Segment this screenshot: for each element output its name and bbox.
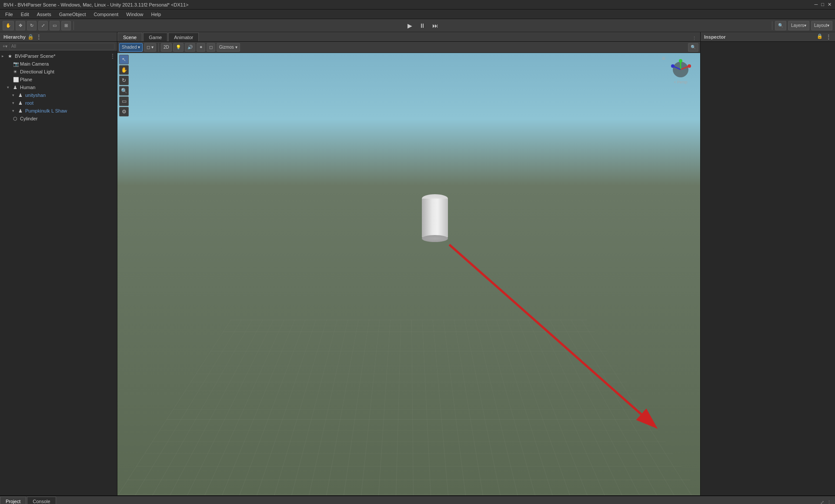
hierarchy-item-unityshan[interactable]: ▾ ♟ unityshan — [0, 91, 117, 99]
hierarchy-item-scene[interactable]: ▸ ★ BVHParser Scene* ⋮ — [0, 52, 117, 60]
tab-game[interactable]: Game — [143, 33, 167, 41]
scene-zoom-btn[interactable]: 🔍 — [119, 86, 129, 96]
layers-btn[interactable]: Layers ▾ — [788, 21, 809, 30]
hierarchy-lock-icon[interactable]: 🔒 — [27, 34, 34, 40]
tab-project[interactable]: Project — [0, 497, 26, 504]
hierarchy-item-human[interactable]: ▾ ♟ Human — [0, 83, 117, 91]
minimize-btn[interactable]: ─ — [815, 2, 818, 7]
hierarchy-item-pumpkin[interactable]: ▾ ♟ Pumpkinulk L Shaw — [0, 107, 117, 115]
maximize-btn[interactable]: □ — [821, 2, 824, 7]
play-button[interactable]: ▶ — [405, 21, 415, 30]
window-title: BVH - BVHParser Scene - Windows, Mac, Li… — [3, 2, 189, 7]
menu-component[interactable]: Component — [90, 11, 122, 18]
scene-toolbar: Shaded ▾ ◻ ▾ 2D 💡 🔊 ✦ ◻ Gizmos ▾ 🔍 — [117, 42, 700, 53]
root-arrow-icon: ▾ — [12, 101, 17, 105]
hierarchy-search-input[interactable] — [9, 43, 114, 50]
move-tool-btn[interactable]: ✥ — [16, 21, 25, 30]
pumpkin-label: Pumpkinulk L Shaw — [25, 108, 67, 113]
cylinder-3d — [422, 194, 448, 242]
scene-shading-btn[interactable]: Shaded ▾ — [119, 43, 143, 52]
tab-scene[interactable]: Scene — [117, 33, 142, 41]
inspector-title: Inspector — [704, 34, 726, 40]
tab-animator[interactable]: Animator — [168, 33, 199, 41]
hierarchy-panel: Hierarchy 🔒 ⋮ +▾ ▸ ★ BVHParser Scene* ⋮ … — [0, 32, 117, 495]
pause-button[interactable]: ⏸ — [417, 21, 428, 30]
light-icon: ☀ — [13, 69, 19, 75]
scene-label: BVHParser Scene* — [15, 53, 56, 59]
plane-icon: ⬜ — [13, 77, 19, 83]
bottom-tab-expand-icon[interactable]: ⤢ — [820, 500, 824, 504]
close-btn[interactable]: ✕ — [828, 2, 832, 7]
menu-gameobject[interactable]: GameObject — [56, 11, 90, 18]
hierarchy-item-root[interactable]: ▾ ♟ root — [0, 99, 117, 107]
hierarchy-menu-icon[interactable]: ⋮ — [36, 33, 42, 40]
toolbar: ✋ ✥ ↻ ⤢ ▭ ⊞ ▶ ⏸ ⏭ 🔍 Layers ▾ Layout ▾ — [0, 19, 835, 32]
scale-tool-btn[interactable]: ⤢ — [38, 21, 48, 30]
scene-fx-btn[interactable]: ✦ — [197, 43, 205, 52]
scene-select-btn[interactable]: ↖ — [119, 55, 129, 64]
scene-gizmos-btn[interactable]: Gizmos ▾ — [217, 43, 240, 52]
pumpkin-arrow-icon: ▾ — [12, 109, 17, 113]
scene-rect-btn[interactable]: ▭ — [119, 96, 129, 106]
transform-tool-btn[interactable]: ⊞ — [61, 21, 71, 30]
scene-tab-menu[interactable]: ⋮ — [688, 36, 700, 41]
hierarchy-item-cylinder[interactable]: ⬡ Cylinder — [0, 115, 117, 123]
menu-window[interactable]: Window — [123, 11, 147, 18]
rotate-tool-btn[interactable]: ↻ — [27, 21, 37, 30]
dir-light-label: Directional Light — [20, 69, 54, 74]
scene-toolbar-sep1 — [158, 43, 159, 52]
pumpkin-icon: ♟ — [18, 108, 24, 114]
menu-file[interactable]: File — [2, 11, 17, 18]
svg-point-6 — [679, 59, 682, 63]
gizmo-persp-label: < Persp — [668, 80, 694, 84]
inspector-menu-icon[interactable]: ⋮ — [825, 33, 832, 40]
root-icon: ♟ — [18, 100, 24, 106]
step-button[interactable]: ⏭ — [430, 21, 441, 30]
cylinder-body — [422, 199, 448, 238]
inspector-content — [701, 42, 835, 495]
gizmo[interactable]: < Persp — [668, 57, 694, 83]
bottom-panel: Project Console ⤢ ⋮ + ▾ ★ Favorites 🔍 Al… — [0, 495, 835, 504]
bottom-tab-controls: ⤢ ⋮ — [817, 500, 835, 504]
menu-assets[interactable]: Assets — [33, 11, 55, 18]
scene-hidden-btn[interactable]: ◻ — [207, 43, 215, 52]
bottom-tabs: Project Console ⤢ ⋮ — [0, 496, 835, 504]
menu-bar: File Edit Assets GameObject Component Wi… — [0, 10, 835, 19]
scene-search-btn[interactable]: 🔍 — [688, 43, 698, 52]
cylinder-bottom — [422, 235, 448, 242]
rect-tool-btn[interactable]: ▭ — [50, 21, 60, 30]
hierarchy-content: ▸ ★ BVHParser Scene* ⋮ 📷 Main Camera ☀ D… — [0, 51, 117, 495]
search-btn[interactable]: 🔍 — [775, 21, 786, 30]
tab-console[interactable]: Console — [27, 497, 56, 504]
scene-2d-btn[interactable]: 2D — [161, 43, 172, 52]
scene-audio-btn[interactable]: 🔊 — [185, 43, 195, 52]
scene-light-btn[interactable]: 💡 — [173, 43, 184, 52]
scene-background: ↖ ✋ ↻ 🔍 ▭ ⚙ ≡ — [117, 53, 700, 495]
hierarchy-header: Hierarchy 🔒 ⋮ — [0, 32, 117, 42]
bottom-tab-menu-icon[interactable]: ⋮ — [827, 500, 832, 504]
scene-dots-icon[interactable]: ⋮ — [110, 53, 115, 59]
scene-view[interactable]: ↖ ✋ ↻ 🔍 ▭ ⚙ ≡ — [117, 53, 700, 495]
layout-btn[interactable]: Layout ▾ — [811, 21, 832, 30]
hierarchy-item-dir-light[interactable]: ☀ Directional Light — [0, 68, 117, 76]
human-arrow-icon: ▾ — [7, 85, 12, 90]
scene-hand-btn[interactable]: ✋ — [119, 65, 129, 75]
scene-options-icon[interactable]: ≡ — [662, 55, 665, 62]
main-camera-label: Main Camera — [20, 61, 49, 66]
scene-extra-btn[interactable]: ⚙ — [119, 107, 129, 116]
inspector-lock-icon[interactable]: 🔒 — [817, 33, 823, 40]
inspector-header: Inspector 🔒 ⋮ — [701, 32, 835, 42]
scene-orbit-btn[interactable]: ↻ — [119, 76, 129, 85]
menu-edit[interactable]: Edit — [17, 11, 33, 18]
plane-label: Plane — [20, 77, 32, 82]
scene-grid — [117, 320, 700, 495]
scene-arrow-icon: ▸ — [2, 54, 7, 58]
menu-help[interactable]: Help — [147, 11, 164, 18]
hand-tool-btn[interactable]: ✋ — [3, 21, 14, 30]
unityshan-label: unityshan — [25, 93, 46, 98]
hierarchy-item-plane[interactable]: ⬜ Plane — [0, 76, 117, 83]
hierarchy-item-main-camera[interactable]: 📷 Main Camera — [0, 60, 117, 68]
scene-render-btn[interactable]: ◻ ▾ — [144, 43, 156, 52]
cylinder-icon: ⬡ — [13, 116, 19, 122]
hierarchy-title: Hierarchy — [3, 34, 26, 40]
